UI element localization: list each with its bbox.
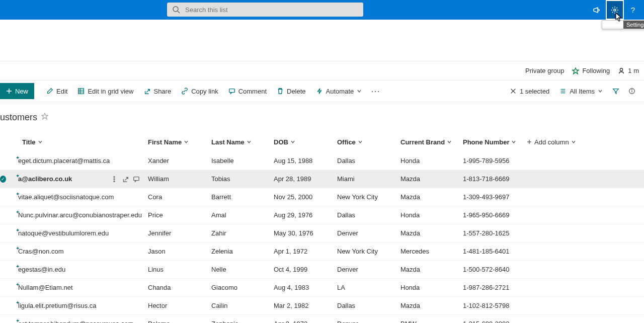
cell-dob: Aug 29, 1976 [270,211,333,219]
row-more-icon[interactable] [111,176,118,183]
table-row[interactable]: ✦vitae.aliquet@sociisnatoque.comCoraBarr… [0,188,644,206]
header-spacer [0,20,644,61]
cell-phone: 1-965-950-6669 [459,211,522,219]
command-bar-right: 1 selected All Items [506,88,644,95]
cell-first-name: William [144,175,207,183]
new-indicator-icon: ✦ [16,191,20,197]
search-input[interactable] [185,6,358,14]
table-row[interactable]: ✦Nunc.pulvinar.arcu@conubianostraper.edu… [0,206,644,224]
cell-title[interactable]: ✦Nullam@Etiam.net [18,284,144,291]
column-last-name[interactable]: Last Name [207,138,270,146]
megaphone-icon[interactable] [588,0,606,20]
new-button[interactable]: New [0,83,34,99]
svg-point-22 [114,178,115,179]
table-row[interactable]: ✦ligula.elit.pretium@risus.caHectorCaili… [0,296,644,314]
column-dob[interactable]: DOB [270,138,333,146]
cell-office: LA [333,284,396,291]
members-count[interactable]: 1 m [618,67,639,74]
row-share-icon[interactable] [122,176,129,183]
cell-last-name: Zelenia [207,248,270,255]
cell-title[interactable]: ✦a@aclibero.co.uk [18,175,144,183]
cell-dob: May 30, 1976 [270,229,333,237]
cell-office: Dallas [333,211,396,219]
cell-last-name: Barrett [207,193,270,201]
info-button[interactable] [625,88,639,95]
column-brand[interactable]: Current Brand [396,138,459,146]
cell-office: Dallas [333,302,396,309]
cell-title[interactable]: ✦egestas@in.edu [18,266,144,273]
cell-office: Dallas [333,157,396,165]
svg-line-1 [178,11,180,13]
cell-title[interactable]: ✦Cras@non.com [18,248,144,255]
cell-first-name: Hector [144,302,207,309]
table-row[interactable]: ✦Cras@non.comJasonZeleniaApr 1, 1972New … [0,242,644,260]
cell-phone: 1-813-718-6669 [459,175,522,183]
edit-button[interactable]: Edit [41,83,72,99]
cell-dob: Aug 4, 1983 [270,284,333,291]
cell-last-name: Zephania [207,320,270,323]
delete-button[interactable]: Delete [272,83,311,99]
svg-point-23 [114,181,115,182]
cell-phone: 1-500-572-8640 [459,266,522,273]
cell-dob: Mar 2, 1982 [270,302,333,309]
row-comment-icon[interactable] [133,176,140,183]
cursor-icon [615,12,623,22]
svg-point-0 [173,7,178,12]
cell-phone: 1-481-185-6401 [459,248,522,255]
cell-office: New York City [333,193,396,201]
cell-title[interactable]: ✦natoque@vestibulumlorem.edu [18,229,144,237]
table-row[interactable]: ✦est.tempor.bibendum@neccursusa.comPalom… [0,314,644,323]
command-bar: New Edit Edit in grid view Share Copy li… [0,80,644,102]
cell-office: Denver [333,266,396,273]
view-selector[interactable]: All Items [555,88,607,95]
copy-link-button[interactable]: Copy link [176,83,223,99]
column-first-name[interactable]: First Name [144,138,207,146]
cell-last-name: Isabelle [207,157,270,165]
comment-button[interactable]: Comment [223,83,272,99]
help-icon[interactable]: ? [624,0,642,20]
cell-first-name: Jason [144,248,207,255]
edit-grid-button[interactable]: Edit in grid view [72,83,138,99]
cell-brand: Honda [396,211,459,219]
cell-title[interactable]: ✦Nunc.pulvinar.arcu@conubianostraper.edu [18,211,144,219]
cell-last-name: Tobias [207,175,270,183]
table-row[interactable]: ✦egestas@in.eduLinusNelleOct 4, 1999Denv… [0,260,644,278]
cell-title[interactable]: ✦eget.dictum.placerat@mattis.ca [18,157,144,165]
share-button[interactable]: Share [138,83,176,99]
new-indicator-icon: ✦ [16,155,20,160]
new-indicator-icon: ✦ [16,173,20,179]
cell-brand: Honda [396,284,459,291]
favorite-star-icon[interactable] [41,113,48,122]
row-select[interactable]: ✓ [0,176,6,183]
table-row[interactable]: ✦eget.dictum.placerat@mattis.caXanderIsa… [0,151,644,170]
table-row[interactable]: ✦natoque@vestibulumlorem.eduJenniferZahi… [0,224,644,242]
svg-point-21 [114,176,115,177]
table-row[interactable]: ✓✦a@aclibero.co.ukWilliamTobiasApr 28, 1… [0,170,644,188]
cell-brand: BMW [396,320,459,323]
cell-dob: Apr 3, 1972 [270,320,333,323]
new-indicator-icon: ✦ [16,209,20,215]
site-info-bar: Private group Following 1 m [0,61,644,80]
column-header-row: Title First Name Last Name DOB Office Cu… [0,132,644,151]
cell-first-name: Chanda [144,284,207,291]
new-indicator-icon: ✦ [16,282,20,287]
cell-title[interactable]: ✦est.tempor.bibendum@neccursusa.com [18,320,144,323]
svg-point-3 [620,68,623,70]
following-toggle[interactable]: Following [572,67,610,74]
table-row[interactable]: ✦Nullam@Etiam.netChandaGiacomoAug 4, 198… [0,278,644,296]
cell-title[interactable]: ✦ligula.elit.pretium@risus.ca [18,302,144,309]
column-office[interactable]: Office [333,138,396,146]
top-header: ? [0,0,644,20]
filter-button[interactable] [609,88,623,95]
add-column-button[interactable]: Add column [522,138,593,146]
clear-selection-button[interactable]: 1 selected [506,88,553,95]
cell-phone: 1-995-789-5956 [459,157,522,165]
cell-title[interactable]: ✦vitae.aliquet@sociisnatoque.com [18,193,144,201]
cell-phone: 1-987-286-2721 [459,284,522,291]
search-box[interactable] [167,3,363,17]
automate-button[interactable]: Automate [311,83,367,99]
more-commands-button[interactable]: ⋯ [367,86,384,97]
column-phone[interactable]: Phone Number [459,138,522,146]
column-title[interactable]: Title [18,138,144,146]
svg-rect-6 [78,89,84,94]
